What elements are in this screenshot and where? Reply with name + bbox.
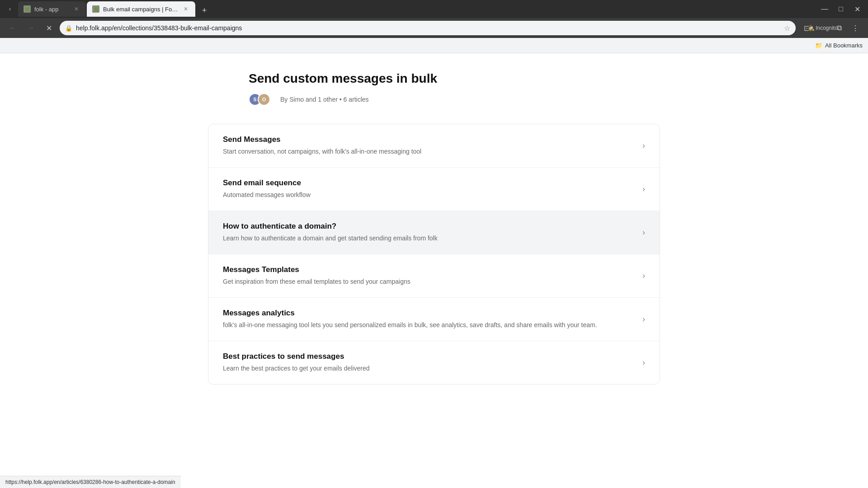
bookmarks-label[interactable]: 📁 All Bookmarks — [815, 42, 863, 49]
article-text-authenticate-domain: How to authenticate a domain?Learn how t… — [223, 222, 635, 243]
tab-favicon-folk-app: 🌿 — [24, 5, 31, 13]
article-text-send-messages: Send MessagesStart conversation, not cam… — [223, 135, 635, 156]
browser-chrome: ‹ 🌿 folk - app ✕ 🌿 Bulk email campaigns … — [0, 0, 868, 53]
article-title-authenticate-domain: How to authenticate a domain? — [223, 222, 635, 231]
refresh-button[interactable]: ✕ — [42, 21, 56, 35]
extensions-button[interactable]: ⧉ — [832, 21, 846, 35]
address-text: help.folk.app/en/collections/3538483-bul… — [76, 24, 780, 32]
article-title-messages-templates: Messages Templates — [223, 265, 635, 274]
profile-button[interactable]: 🕵 Incognito — [816, 21, 830, 35]
article-item-authenticate-domain[interactable]: How to authenticate a domain?Learn how t… — [208, 211, 660, 254]
avatar-other: O — [258, 93, 270, 106]
bookmarks-folder-icon: 📁 — [815, 42, 822, 49]
back-button[interactable]: ← — [5, 21, 20, 35]
chevron-right-icon-messages-templates: › — [642, 271, 645, 281]
bookmark-star-icon[interactable]: ☆ — [784, 24, 790, 33]
article-desc-best-practices: Learn the best practices to get your ema… — [223, 364, 635, 373]
hero-meta: S O By Simo and 1 other • 6 articles — [249, 93, 619, 106]
page-hero-title: Send custom messages in bulk — [249, 71, 619, 86]
incognito-icon: 🕵 — [808, 25, 815, 31]
tab-folk-app[interactable]: 🌿 folk - app ✕ — [18, 1, 86, 17]
close-window-button[interactable]: ✕ — [850, 2, 864, 16]
minimize-button[interactable]: — — [817, 2, 832, 16]
chevron-right-icon-send-email-sequence: › — [642, 184, 645, 194]
chevron-right-icon-send-messages: › — [642, 141, 645, 150]
article-desc-messages-analytics: folk's all-in-one messaging tool lets yo… — [223, 320, 635, 330]
chevron-right-icon-best-practices: › — [642, 358, 645, 367]
article-title-best-practices: Best practices to send messages — [223, 352, 635, 361]
tabs-container: 🌿 folk - app ✕ 🌿 Bulk email campaigns | … — [18, 1, 816, 17]
tab-close-bulk-email[interactable]: ✕ — [182, 5, 190, 13]
tab-bar: ‹ 🌿 folk - app ✕ 🌿 Bulk email campaigns … — [0, 0, 868, 18]
lock-icon: 🔒 — [65, 25, 72, 32]
chevron-right-icon-messages-analytics: › — [642, 314, 645, 324]
hero-meta-text: By Simo and 1 other • 6 articles — [280, 96, 369, 103]
article-item-send-email-sequence[interactable]: Send email sequenceAutomated messages wo… — [208, 168, 660, 211]
article-item-messages-templates[interactable]: Messages TemplatesGet inspiration from t… — [208, 254, 660, 298]
new-tab-button[interactable]: + — [198, 4, 211, 17]
tab-back-nav[interactable]: ‹ — [4, 3, 16, 15]
chevron-right-icon-authenticate-domain: › — [642, 228, 645, 237]
article-text-send-email-sequence: Send email sequenceAutomated messages wo… — [223, 178, 635, 200]
article-item-best-practices[interactable]: Best practices to send messagesLearn the… — [208, 341, 660, 384]
forward-button[interactable]: → — [24, 21, 38, 35]
article-text-messages-analytics: Messages analyticsfolk's all-in-one mess… — [223, 309, 635, 330]
menu-button[interactable]: ⋮ — [848, 21, 863, 35]
tab-bulk-email[interactable]: 🌿 Bulk email campaigns | Folk He ✕ — [87, 1, 195, 17]
address-bar[interactable]: 🔒 help.folk.app/en/collections/3538483-b… — [60, 21, 796, 35]
author-avatars: S O — [249, 93, 270, 106]
article-title-messages-analytics: Messages analytics — [223, 309, 635, 318]
article-desc-send-email-sequence: Automated messages workflow — [223, 190, 635, 200]
address-bar-row: ← → ✕ 🔒 help.folk.app/en/collections/353… — [0, 18, 868, 38]
toolbar-right: ⊡ 🕵 Incognito ⧉ ⋮ — [799, 21, 863, 35]
tab-title-bulk-email: Bulk email campaigns | Folk He — [103, 6, 178, 13]
article-desc-authenticate-domain: Learn how to authenticate a domain and g… — [223, 234, 635, 243]
tab-favicon-bulk-email: 🌿 — [92, 5, 99, 13]
page-content: Send custom messages in bulk S O By Simo… — [0, 53, 868, 474]
article-desc-messages-templates: Get inspiration from these email templat… — [223, 277, 635, 286]
article-desc-send-messages: Start conversation, not campaigns, with … — [223, 147, 635, 156]
article-title-send-email-sequence: Send email sequence — [223, 178, 635, 188]
hero-section: Send custom messages in bulk S O By Simo… — [231, 71, 637, 106]
tab-title-folk-app: folk - app — [34, 6, 69, 13]
articles-list: Send MessagesStart conversation, not cam… — [208, 124, 660, 385]
article-item-send-messages[interactable]: Send MessagesStart conversation, not cam… — [208, 124, 660, 168]
article-item-messages-analytics[interactable]: Messages analyticsfolk's all-in-one mess… — [208, 298, 660, 341]
article-text-best-practices: Best practices to send messagesLearn the… — [223, 352, 635, 373]
bookmarks-bar: 📁 All Bookmarks — [0, 38, 868, 53]
maximize-button[interactable]: □ — [834, 2, 848, 16]
article-title-send-messages: Send Messages — [223, 135, 635, 144]
tab-close-folk-app[interactable]: ✕ — [72, 5, 80, 13]
article-text-messages-templates: Messages TemplatesGet inspiration from t… — [223, 265, 635, 286]
